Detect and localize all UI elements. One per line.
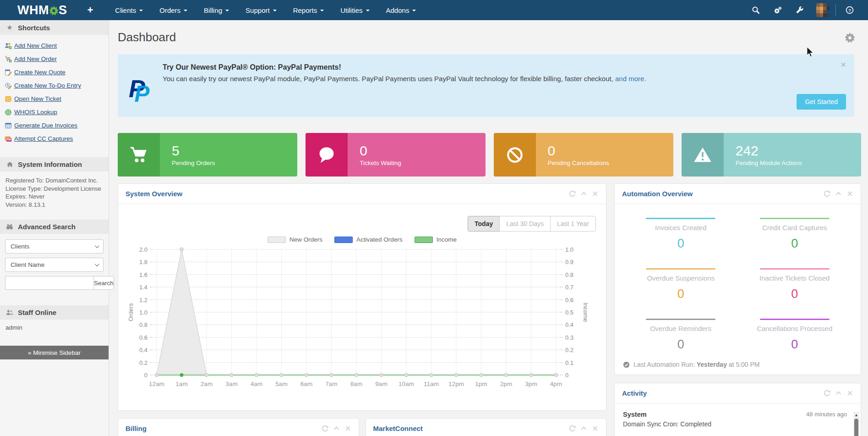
avatar-image bbox=[816, 3, 830, 17]
chevron-down-icon bbox=[366, 10, 370, 11]
close-icon[interactable] bbox=[846, 390, 853, 397]
close-icon[interactable] bbox=[344, 425, 351, 432]
activity-source: System bbox=[623, 411, 711, 418]
nav-menu-utilities[interactable]: Utilities bbox=[332, 0, 377, 20]
shortcut-create-new-quote[interactable]: Create New Quote bbox=[14, 69, 66, 76]
refresh-icon[interactable] bbox=[824, 390, 830, 397]
binoculars-icon bbox=[5, 224, 14, 230]
chevron-down-icon bbox=[412, 10, 416, 11]
svg-text:0: 0 bbox=[565, 372, 568, 379]
svg-text:0.9: 0.9 bbox=[565, 259, 573, 265]
nav-menu-reports[interactable]: Reports bbox=[285, 0, 333, 20]
svg-text:0: 0 bbox=[144, 372, 147, 379]
svg-text:4am: 4am bbox=[251, 381, 262, 387]
pending-orders-card[interactable]: 5 Pending Orders bbox=[118, 133, 297, 177]
get-started-button[interactable]: Get Started bbox=[797, 94, 846, 110]
automation-gears-icon[interactable] bbox=[767, 0, 789, 20]
banner-and-more-link[interactable]: and more. bbox=[615, 75, 646, 83]
svg-text:1.4: 1.4 bbox=[139, 284, 147, 291]
pending-cancellations-card[interactable]: 0 Pending Cancellations bbox=[494, 133, 673, 177]
activity-log-entry: System Domain Sync Cron: Completed 48 mi… bbox=[623, 411, 847, 428]
list-item: Add New Order bbox=[5, 52, 105, 66]
avatar[interactable] bbox=[816, 3, 830, 17]
nav-menu-support[interactable]: Support bbox=[237, 0, 285, 20]
shortcut-whois-lookup[interactable]: WHOIS Lookup bbox=[14, 109, 57, 116]
refresh-icon[interactable] bbox=[569, 425, 576, 432]
svg-text:0.8: 0.8 bbox=[139, 321, 147, 328]
system-information-header: System Information bbox=[0, 157, 109, 171]
banner-close-icon[interactable]: × bbox=[841, 60, 846, 70]
svg-text:Income: Income bbox=[582, 303, 589, 322]
svg-text:3am: 3am bbox=[225, 381, 237, 387]
create-quote-icon bbox=[5, 69, 12, 76]
shortcut-open-new-ticket[interactable]: Open New Ticket bbox=[14, 95, 61, 102]
shortcut-create-new-todo[interactable]: Create New To-Do Entry bbox=[14, 82, 81, 89]
inactive-tickets-closed-stat: Inactive Tickets Closed0 bbox=[738, 268, 852, 301]
tickets-waiting-card[interactable]: 0 Tickets Waiting bbox=[306, 133, 485, 177]
scrollbar-thumb[interactable] bbox=[854, 419, 858, 436]
star-icon: ★ bbox=[5, 23, 14, 32]
activity-scrollbar[interactable]: ▲ bbox=[853, 412, 859, 436]
credit-card-captures-stat: Credit Card Captures0 bbox=[738, 218, 852, 251]
refresh-icon[interactable] bbox=[322, 425, 328, 432]
svg-text:0.3: 0.3 bbox=[565, 334, 573, 341]
advanced-search-input[interactable] bbox=[5, 276, 93, 290]
shortcut-generate-due-invoices[interactable]: Generate Due Invoices bbox=[14, 122, 77, 129]
collapse-icon[interactable] bbox=[580, 190, 587, 197]
activity-text: Domain Sync Cron: Completed bbox=[623, 420, 711, 428]
shortcut-attempt-cc-captures[interactable]: Attempt CC Captures bbox=[14, 135, 73, 142]
nav-menu-clients[interactable]: Clients bbox=[107, 0, 151, 20]
activity-time: 48 minutes ago bbox=[806, 411, 847, 428]
close-icon[interactable] bbox=[592, 425, 599, 432]
list-item: Open New Ticket bbox=[5, 92, 105, 105]
nav-menu-billing[interactable]: Billing bbox=[196, 0, 237, 20]
nav-menu-addons[interactable]: Addons bbox=[378, 0, 425, 20]
chevron-down-icon bbox=[320, 10, 324, 11]
staff-online-header: Staff Online bbox=[0, 305, 109, 320]
system-wrench-icon[interactable] bbox=[789, 0, 811, 20]
system-overview-panel: System Overview Today Last 30 Days Last … bbox=[118, 183, 606, 411]
dashboard-settings-gear-icon[interactable] bbox=[844, 32, 856, 44]
navbar-divider bbox=[835, 4, 836, 16]
quick-add-button[interactable]: + bbox=[81, 4, 100, 16]
collapse-icon[interactable] bbox=[835, 390, 842, 397]
collapse-icon[interactable] bbox=[580, 425, 587, 432]
shortcut-add-new-order[interactable]: Add New Order bbox=[14, 55, 57, 62]
help-icon[interactable] bbox=[839, 0, 861, 20]
svg-text:7am: 7am bbox=[325, 381, 337, 387]
pending-module-actions-card[interactable]: 242 Pending Module Actions bbox=[682, 133, 861, 177]
whmcs-logo[interactable]: WHM S bbox=[17, 3, 67, 17]
activity-panel: Activity System Domain Sync Cron: Comple… bbox=[614, 383, 861, 436]
top-navbar: WHM S + Clients Orders Billing Support R… bbox=[0, 0, 868, 20]
overdue-suspensions-stat: Overdue Suspensions0 bbox=[624, 268, 738, 301]
svg-text:Orders: Orders bbox=[127, 303, 134, 321]
staff-online-user: admin bbox=[0, 320, 109, 338]
collapse-icon[interactable] bbox=[835, 190, 842, 197]
search-field-select[interactable]: Client Name bbox=[5, 258, 104, 272]
chevron-down-icon bbox=[225, 10, 229, 11]
range-last-30-days-button[interactable]: Last 30 Days bbox=[499, 216, 551, 232]
svg-text:2.0: 2.0 bbox=[139, 246, 147, 253]
svg-text:1.8: 1.8 bbox=[139, 259, 147, 265]
new-orders-swatch bbox=[267, 237, 286, 243]
shortcut-add-new-client[interactable]: Add New Client bbox=[14, 42, 57, 49]
search-icon[interactable] bbox=[745, 0, 767, 20]
refresh-icon[interactable] bbox=[824, 190, 830, 197]
scrollbar-up-arrow-icon[interactable]: ▲ bbox=[853, 412, 859, 418]
todo-entry-icon bbox=[5, 82, 12, 89]
close-icon[interactable] bbox=[846, 190, 853, 197]
sidebar: ★ Shortcuts Add New Client Add New Order… bbox=[0, 20, 109, 436]
nav-menu-orders[interactable]: Orders bbox=[151, 0, 196, 20]
chevron-down-icon bbox=[184, 10, 187, 11]
tickets-waiting-count: 0 bbox=[360, 143, 401, 158]
refresh-icon[interactable] bbox=[569, 190, 576, 197]
collapse-icon[interactable] bbox=[333, 425, 340, 432]
range-last-1-year-button[interactable]: Last 1 Year bbox=[550, 216, 596, 232]
close-icon[interactable] bbox=[592, 190, 599, 197]
svg-text:0.6: 0.6 bbox=[565, 297, 573, 304]
list-item: Add New Client bbox=[5, 39, 105, 52]
search-category-select[interactable]: Clients bbox=[5, 239, 104, 254]
range-today-button[interactable]: Today bbox=[468, 216, 500, 232]
paypal-logo-icon: P P bbox=[129, 64, 157, 117]
minimise-sidebar-button[interactable]: « Minimise Sidebar bbox=[0, 346, 109, 359]
